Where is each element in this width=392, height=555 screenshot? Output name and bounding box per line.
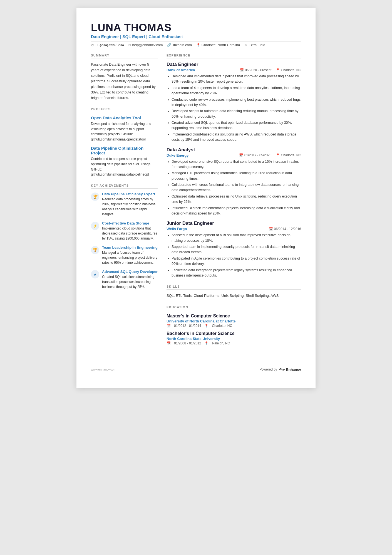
achievement-title-1: Cost-effective Data Storage [102, 221, 158, 225]
job-location-1: 📍 Charlotte, NC [276, 153, 301, 157]
achievement-icon-2: 🏆 [91, 246, 99, 254]
bullet-0-2: Conducted code review processes implemen… [172, 97, 301, 108]
footer: www.enhancv.com Powered by Enhancv [91, 363, 301, 372]
experience-section: EXPERIENCE Data Engineer Bank of America… [167, 54, 301, 278]
summary-title: SUMMARY [91, 54, 158, 58]
skills-section: SKILLS SQL, ETL Tools, Cloud Platforms, … [167, 285, 301, 299]
edu-degree-0: Master's in Computer Science [167, 314, 301, 319]
job-title-2: Junior Data Engineer [167, 221, 301, 226]
job-0: Data Engineer Bank of America 📅 06/2020 … [167, 62, 301, 143]
job-dates-1: 📅 01/2017 - 05/2020 [239, 153, 271, 157]
achievements-title: KEY ACHIEVEMENTS [91, 184, 158, 189]
achievement-icon-1: ⚡ [91, 222, 99, 230]
achievements-section: KEY ACHIEVEMENTS 🏆 Data Pipeline Efficie… [91, 184, 158, 289]
job-bullets-0: Designed and implemented data pipelines … [167, 74, 301, 143]
bullet-0-1: Led a team of 4 engineers to develop a r… [172, 85, 301, 96]
achievement-content-3: Advanced SQL Query Developer Created SQL… [102, 270, 158, 289]
job-2: Junior Data Engineer Wells Fargo 📅 06/20… [167, 221, 301, 278]
job-title-1: Data Analyst [167, 147, 301, 153]
phone-icon: ✆ [91, 43, 94, 47]
achievement-desc-0: Reduced data processing times by 20%, si… [102, 197, 158, 217]
job-company-1: Duke Energy [167, 153, 188, 157]
edu-meta-1: 📅 01/2008 - 01/2012 📍 Raleigh, NC [167, 341, 301, 345]
education-title: EDUCATION [167, 305, 301, 310]
contact-phone: ✆ +1-(234)-555-1234 [91, 43, 124, 47]
job-bullets-2: Assisted in the development of a BI solu… [167, 233, 301, 278]
bullet-2-0: Assisted in the development of a BI solu… [172, 233, 301, 243]
project-title-1: Data Pipeline Optimization Project [91, 146, 158, 155]
enhancv-logo: Enhancv [279, 367, 301, 372]
footer-powered: Powered by Enhancv [259, 367, 301, 372]
cal-icon-1: 📅 [239, 153, 243, 157]
footer-website: www.enhancv.com [91, 368, 116, 371]
edu-item-1: Bachelor's in Computer Science North Car… [167, 331, 301, 345]
job-title-0: Data Engineer [167, 62, 301, 67]
achievement-content-1: Cost-effective Data Storage Implemented … [102, 221, 158, 241]
bullet-1-3: Optimized data retrieval processes using… [172, 194, 301, 205]
edu-school-1: North Carolina State University [167, 337, 301, 341]
achievement-title-0: Data Pipeline Efficiency Expert [102, 192, 158, 196]
edu-item-0: Master's in Computer Science University … [167, 314, 301, 328]
achievement-title-2: Team Leadership in Engineering [102, 245, 158, 250]
achievement-desc-1: Implemented cloud solutions that decreas… [102, 226, 158, 241]
edu-degree-1: Bachelor's in Computer Science [167, 331, 301, 336]
skills-title: SKILLS [167, 285, 301, 290]
pin-icon-0: 📍 [276, 68, 280, 72]
achievement-desc-2: Managed a focused team of engineers, enh… [102, 250, 158, 265]
skills-text: SQL, ETL Tools, Cloud Platforms, Unix Sc… [167, 293, 301, 299]
header-section: LUNA THOMAS Data Engineer | SQL Expert |… [91, 22, 301, 47]
bullet-0-3: Developed scripts to automate data clean… [172, 108, 301, 119]
project-title-0: Open Data Analytics Tool [91, 115, 158, 120]
job-dates-2: 📅 06/2014 - 12/2016 [269, 227, 301, 231]
bullet-1-1: Managed ETL processes using Informatica,… [172, 171, 301, 181]
contact-extra: ☆ Extra Field [244, 43, 265, 47]
email-icon: ✉ [128, 43, 131, 47]
achievement-icon-3: ★ [91, 270, 99, 278]
bullet-0-0: Designed and implemented data pipelines … [172, 74, 301, 85]
project-desc-0: Developed a niche tool for analyzing and… [91, 121, 158, 142]
job-meta-0: Bank of America 📅 06/2020 - Present 📍 Ch… [167, 68, 301, 72]
contact-location: 📍 Charlotte, North Carolina [196, 43, 240, 47]
job-meta-2: Wells Fargo 📅 06/2014 - 12/2016 [167, 227, 301, 231]
powered-by-label: Powered by [259, 367, 277, 371]
achievement-title-3: Advanced SQL Query Developer [102, 270, 158, 274]
projects-title: PROJECTS [91, 107, 158, 112]
body-layout: SUMMARY Passionate Data Engineer with ov… [91, 54, 301, 352]
edu-meta-0: 📅 01/2012 - 01/2014 📍 Charlotte, NC [167, 324, 301, 328]
cal-icon-2: 📅 [269, 227, 273, 231]
summary-text: Passionate Data Engineer with over 5 yea… [91, 62, 158, 101]
job-dates-0: 📅 06/2020 - Present [240, 68, 271, 72]
bullet-0-4: Created advanced SQL queries that optimi… [172, 120, 301, 131]
enhancv-logo-icon [279, 367, 285, 372]
location-icon: 📍 [196, 43, 200, 47]
achievement-item-2: 🏆 Team Leadership in Engineering Managed… [91, 245, 158, 265]
bullet-2-2: Participated in Agile ceremonies contrib… [172, 256, 301, 267]
bullet-1-4: Influenced BI stack implementation proje… [172, 206, 301, 216]
education-section: EDUCATION Master's in Computer Science U… [167, 305, 301, 345]
bullet-1-0: Developed comprehensive SQL reports that… [172, 159, 301, 170]
job-company-0: Bank of America [167, 68, 195, 72]
achievement-content-2: Team Leadership in Engineering Managed a… [102, 245, 158, 265]
achievement-item-0: 🏆 Data Pipeline Efficiency Expert Reduce… [91, 192, 158, 217]
left-column: SUMMARY Passionate Data Engineer with ov… [91, 54, 158, 352]
candidate-tagline: Data Engineer | SQL Expert | Cloud Enthu… [91, 34, 301, 39]
star-icon: ☆ [244, 43, 247, 47]
contact-linkedin: 🔗 linkedin.com [167, 43, 192, 47]
enhancv-brand-name: Enhancv [286, 367, 301, 372]
bullet-0-5: Implemented cloud-based data solutions u… [172, 132, 301, 143]
pin-icon-1: 📍 [276, 153, 280, 157]
achievement-content-0: Data Pipeline Efficiency Expert Reduced … [102, 192, 158, 217]
bullet-2-3: Facilitated data integration projects fr… [172, 268, 301, 278]
achievement-item-1: ⚡ Cost-effective Data Storage Implemente… [91, 221, 158, 241]
edu-cal-icon-1: 📅 [167, 341, 171, 345]
projects-section: PROJECTS Open Data Analytics Tool Develo… [91, 107, 158, 177]
edu-pin-icon-1: 📍 [204, 341, 209, 345]
linkedin-icon: 🔗 [167, 43, 171, 47]
job-bullets-1: Developed comprehensive SQL reports that… [167, 159, 301, 216]
edu-cal-icon-0: 📅 [167, 324, 171, 328]
achievement-icon-0: 🏆 [91, 193, 99, 201]
job-location-0: 📍 Charlotte, NC [276, 68, 301, 72]
job-meta-1: Duke Energy 📅 01/2017 - 05/2020 📍 Charlo… [167, 153, 301, 157]
contact-bar: ✆ +1-(234)-555-1234 ✉ help@enhancv.com 🔗… [91, 41, 301, 47]
candidate-name: LUNA THOMAS [91, 22, 301, 34]
